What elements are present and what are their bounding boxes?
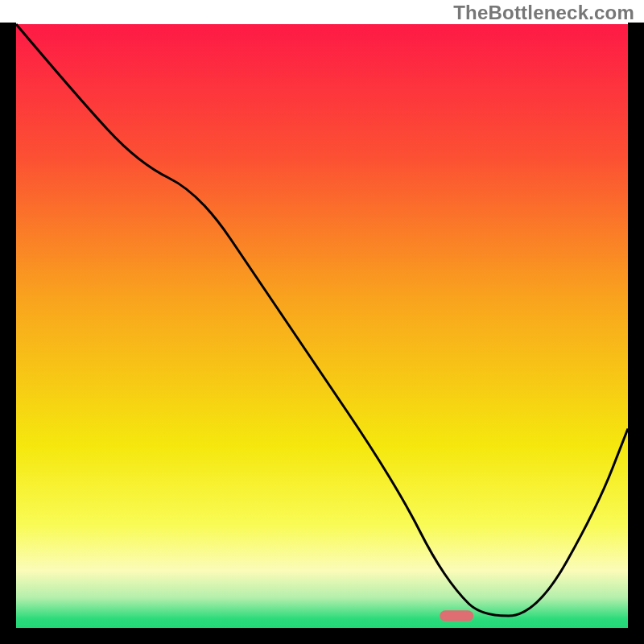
chart-background (16, 24, 628, 628)
chart-frame (628, 23, 644, 644)
chart-frame (0, 23, 16, 644)
target-marker (440, 610, 473, 621)
chart-stage: TheBottleneck.com (0, 0, 644, 644)
bottleneck-chart (0, 0, 644, 644)
chart-frame (0, 628, 644, 644)
